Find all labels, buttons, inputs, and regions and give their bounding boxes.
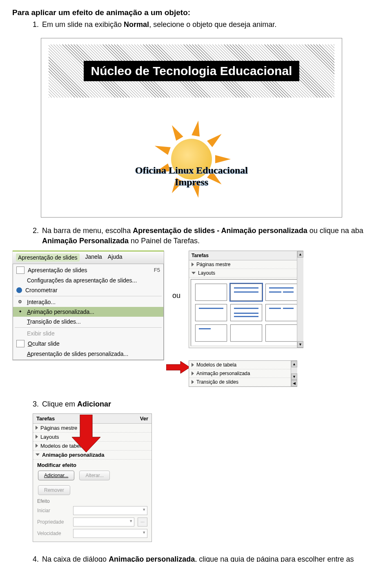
field-property: Propriedade ... [37, 516, 147, 528]
interaction-icon: ⚙ [16, 299, 24, 305]
field-start: Iniciar [37, 505, 147, 516]
red-arrow-right-icon [166, 361, 191, 378]
svg-marker-1 [72, 415, 100, 452]
hatched-band: Núcleo de Tecnologia Educacional [49, 44, 334, 98]
scrollbar[interactable]: ▲ ▼ [297, 251, 303, 348]
menu-item-transition[interactable]: Transição de slides... [13, 317, 163, 327]
step-number: 3. [33, 399, 39, 409]
blank-icon [16, 330, 24, 337]
pane-row-tables[interactable]: Modelos de tabela [189, 361, 297, 369]
slide-banner: Núcleo de Tecnologia Educacional [84, 61, 300, 81]
svg-marker-0 [166, 361, 190, 373]
pane-row-anim[interactable]: Animação personalizada [189, 369, 297, 378]
animation-icon: ✦ [16, 309, 24, 315]
task-pane-effects: Tarefas Ver Páginas mestre Layouts Model… [33, 413, 152, 542]
effect-label: Efeito [37, 498, 147, 505]
scroll-up-icon[interactable]: ▲ [291, 361, 297, 367]
layout-thumb[interactable] [195, 304, 227, 321]
layout-thumb[interactable] [195, 284, 227, 301]
slideshow-menu: Apresentação de slides Janela Ajuda Apre… [12, 251, 164, 360]
step-number: 1. [33, 20, 39, 30]
red-arrow-down-icon [72, 415, 100, 453]
pane-row-master[interactable]: Páginas mestre [189, 260, 303, 269]
view-link[interactable]: Ver [140, 415, 148, 422]
menubar: Apresentação de slides Janela Ajuda [13, 251, 164, 264]
menu-item-interaction[interactable]: ⚙ Interação... [13, 297, 163, 307]
scroll-up-icon[interactable]: ▲ [297, 251, 303, 258]
speed-select[interactable] [73, 529, 147, 538]
step-2: 2. Na barra de menu, escolha Apresentaçã… [33, 226, 380, 246]
blank-icon [16, 351, 24, 357]
section-title: Modificar efeito [37, 462, 76, 468]
pane-row-trans[interactable]: Transição de slides [189, 378, 297, 387]
start-select[interactable] [73, 506, 147, 515]
layout-thumb[interactable] [230, 284, 262, 301]
scroll-down-icon[interactable]: ▼ [291, 373, 297, 380]
layout-thumb[interactable] [265, 324, 297, 342]
blank-icon [16, 318, 24, 325]
separator [15, 327, 162, 328]
step-3: 3. Clique em Adicionar [33, 399, 380, 409]
layout-grid [191, 279, 302, 346]
slide-preview: Núcleo de Tecnologia Educacional Oficina… [41, 38, 342, 218]
task-pane-bottom-wrap: Modelos de tabela Animação personalizada… [189, 360, 297, 387]
menu-item-timer[interactable]: Cronometrar [13, 285, 163, 295]
field-speed: Velocidade [37, 528, 147, 539]
alter-button: Alterar... [79, 471, 110, 480]
clock-icon [16, 287, 22, 293]
layout-thumb[interactable] [265, 304, 297, 321]
figure-row-menus: Apresentação de slides Janela Ajuda Apre… [12, 251, 380, 387]
sun-caption: Oficina Linux Educacional Impress [49, 130, 334, 188]
menu-item-custom-animation[interactable]: ✦ Animação personalizada... [13, 307, 163, 317]
step-number: 4. [33, 554, 39, 562]
pane-row-layouts[interactable]: Layouts [189, 269, 303, 278]
menu-item-config[interactable]: Configurações da apresentação de slides.… [13, 275, 163, 285]
document-page: Para aplicar um efeito de animação a um … [0, 0, 392, 562]
add-button[interactable]: Adicionar... [38, 471, 74, 480]
step-text: Na barra de menu, escolha Apresentação d… [42, 226, 380, 246]
sun-graphic: Oficina Linux Educacional Impress [49, 105, 334, 213]
heading: Para aplicar um efeito de animação a um … [12, 8, 380, 17]
modify-effect-section: Modificar efeito Adicionar... Alterar...… [33, 460, 151, 542]
blank-icon [16, 277, 24, 284]
step-text: Em um slide na exibição Normal, selecion… [42, 20, 276, 30]
pane-title: Tarefas [189, 251, 303, 260]
menu-slideshow[interactable]: Apresentação de slides [16, 253, 80, 262]
task-pane-layouts: Tarefas Páginas mestre Layouts ▲ [189, 251, 303, 348]
property-select[interactable] [73, 518, 134, 526]
menu-item-present[interactable]: Apresentação de slides F5 [13, 265, 163, 275]
scroll-left-icon[interactable]: ◀ [291, 380, 297, 387]
menu-item-show-slide: Exibir slide [13, 329, 163, 338]
step-text: Clique em Adicionar [42, 399, 111, 409]
task-pane-bottom: Modelos de tabela Animação personalizada… [189, 360, 297, 387]
task-pane-stack: Tarefas Páginas mestre Layouts ▲ [189, 251, 303, 387]
property-options-button[interactable]: ... [138, 518, 147, 526]
layout-thumb[interactable] [230, 304, 262, 321]
figure-row-add: Tarefas Ver Páginas mestre Layouts Model… [33, 413, 380, 542]
menu-item-hide-slide[interactable]: Ocultar slide [13, 338, 163, 349]
menu-window[interactable]: Janela [85, 253, 102, 262]
remove-button: Remover [38, 485, 70, 495]
separator [15, 296, 162, 296]
menu-help[interactable]: Ajuda [108, 253, 122, 262]
layout-thumb[interactable] [195, 324, 227, 342]
hide-icon [16, 340, 24, 347]
scroll-down-icon[interactable]: ▼ [297, 341, 303, 348]
step-1: 1. Em um slide na exibição Normal, selec… [33, 20, 380, 30]
layout-thumb[interactable] [230, 324, 262, 342]
step-number: 2. [33, 226, 39, 246]
layout-thumb[interactable] [265, 284, 297, 301]
present-icon [16, 267, 24, 274]
step-4: 4. Na caixa de diálogo Animação personal… [33, 554, 380, 562]
menu-item-custom-show[interactable]: Apresentação de slides personalizada... [13, 349, 163, 359]
or-text: ou [172, 291, 180, 300]
step-text: Na caixa de diálogo Animação personaliza… [42, 554, 380, 562]
dropdown: Apresentação de slides F5 Configurações … [13, 264, 164, 360]
scrollbar[interactable]: ▲ ▼ ◀ [291, 361, 297, 387]
